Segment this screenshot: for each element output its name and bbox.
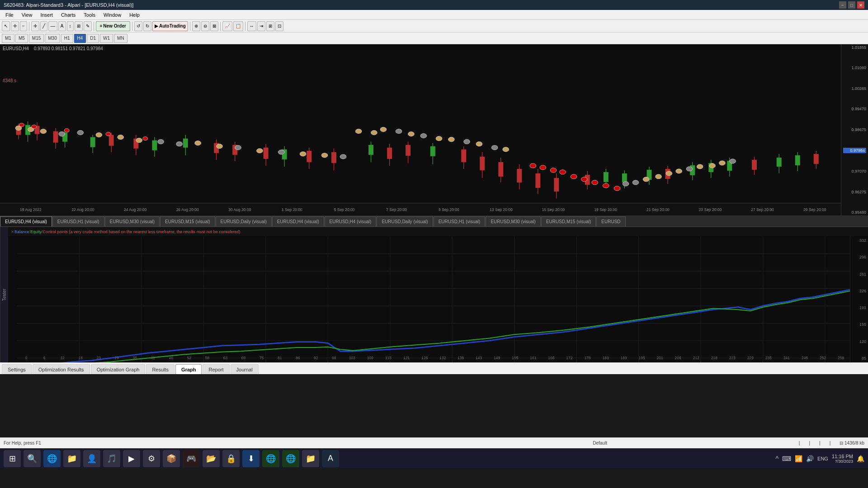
taskbar-pkg[interactable]: 📦 [163,450,180,467]
toolbar-btn-minus[interactable]: − [20,21,27,31]
period-m1[interactable]: M1 [2,34,14,43]
toolbar-btn-history[interactable]: ↺ [134,21,142,31]
toolbar-btn-hline[interactable]: — [48,21,57,31]
sym-tab-8[interactable]: EURUSD,H1 (visual) [434,216,486,226]
secondary-toolbar: M1 M5 M15 M30 H1 H4 D1 W1 MN [0,33,868,44]
toolbar-btn-arrow2[interactable]: ↕ [67,21,74,31]
toolbar-btn-plus[interactable]: ✛ [11,21,19,31]
toolbar-btn-autoscroll[interactable]: ⊡ [275,21,283,31]
period-m15[interactable]: M15 [29,34,44,43]
taskbar-start[interactable]: ⊞ [4,450,21,467]
tab-journal[interactable]: Journal [231,364,259,374]
taskbar-play[interactable]: ▶ [123,450,140,467]
tray-notification[interactable]: 🔔 [857,455,864,462]
sym-tab-5[interactable]: EURUSD,H4 (visual) [272,216,324,226]
taskbar-files[interactable]: 📁 [302,450,319,467]
svg-rect-52 [554,178,559,192]
tab-results[interactable]: Results [146,364,175,374]
maximize-button[interactable]: □ [848,1,855,9]
svg-point-107 [448,137,455,142]
toolbar-btn-line[interactable]: ╱ [40,21,47,31]
taskbar-chrome-2[interactable]: 🌐 [282,450,299,467]
taskbar-chrome-1[interactable]: 🌐 [262,450,279,467]
tray-network[interactable]: 📶 [795,455,802,462]
sym-tab-9[interactable]: EURUSD,M30 (visual) [486,216,540,226]
taskbar-download[interactable]: ⬇ [242,450,259,467]
menu-window[interactable]: Window [100,11,125,19]
tab-graph[interactable]: Graph [175,364,202,374]
taskbar-alpari[interactable]: A [322,450,339,467]
tab-report[interactable]: Report [203,364,229,374]
toolbar-btn-text[interactable]: A [58,21,66,31]
menu-charts[interactable]: Charts [57,11,79,19]
tray-keyboard[interactable]: ⌨ [782,455,791,462]
tray-date: 7/30/2023 [832,459,853,464]
new-order-button[interactable]: + New Order [96,21,130,31]
sym-tab-3[interactable]: EURUSD,M15 (visual) [160,216,215,226]
toolbar-btn-crosshair[interactable]: ✛ [31,21,39,31]
svg-rect-58 [622,174,627,183]
menu-tools[interactable]: Tools [80,11,99,19]
svg-rect-74 [795,155,800,165]
menu-insert[interactable]: Insert [37,11,57,19]
period-m5[interactable]: M5 [15,34,28,43]
tray-show-hidden[interactable]: ^ [775,455,778,462]
tray-volume[interactable]: 🔊 [806,455,814,462]
period-d1[interactable]: D1 [87,34,99,43]
sym-tab-11[interactable]: EURUSD [596,216,625,226]
toolbar-btn-move[interactable]: ↔ [247,21,256,31]
svg-point-119 [603,183,609,188]
sym-tab-4[interactable]: EURUSD,Daily (visual) [216,216,272,226]
chart-area[interactable]: EURUSD,H4 0.97893 0.98151 0.97821 0.9798… [0,44,868,216]
minimize-button[interactable]: − [839,1,846,9]
toolbar-btn-zoom-out[interactable]: ⊖ [201,21,209,31]
toolbar-btn-chart-shift[interactable]: ⇥ [257,21,265,31]
bx-115: 115 [379,356,397,360]
menu-file[interactable]: File [2,11,17,19]
autotrading-button[interactable]: ▶ AutoTrading [152,21,188,31]
taskbar-browser-edge[interactable]: 🌐 [43,450,61,467]
toolbar-sep-6 [245,22,245,31]
control-label: Control points (a very crude method base… [43,230,241,234]
bx-178: 178 [578,356,596,360]
toolbar-btn-arrow[interactable]: ↖ [2,21,10,31]
period-mn[interactable]: MN [114,34,127,43]
close-panel-icon[interactable]: ✕ [11,230,14,234]
toolbar-btn-pencil[interactable]: ✎ [84,21,92,31]
menu-help[interactable]: Help [126,11,143,19]
sym-tab-10[interactable]: EURUSD,M15 (visual) [541,216,596,226]
period-h1[interactable]: H1 [61,34,73,43]
period-m30[interactable]: M30 [45,34,60,43]
toolbar-btn-indicators[interactable]: 📈 [222,21,232,31]
tab-optimization-results[interactable]: Optimization Results [33,364,90,374]
sym-tab-7[interactable]: EURUSD,Daily (visual) [377,216,433,226]
toolbar-btn-grid[interactable]: ⊞ [75,21,83,31]
tab-optimization-graph[interactable]: Optimization Graph [91,364,146,374]
period-h4[interactable]: H4 [74,34,86,43]
taskbar-vpn[interactable]: 🔒 [222,450,240,467]
taskbar-media[interactable]: 🎵 [103,450,120,467]
tester-label[interactable]: Tester [0,227,8,362]
svg-rect-18 [152,141,157,150]
taskbar-user[interactable]: 👤 [83,450,100,467]
sym-tab-2[interactable]: EURUSD,M30 (visual) [105,216,160,226]
taskbar-folder[interactable]: 📂 [203,450,220,467]
toolbar-btn-period-sep[interactable]: ⊞ [266,21,274,31]
menu-view[interactable]: View [18,11,36,19]
close-button[interactable]: ✕ [857,1,864,9]
sym-tab-1[interactable]: EURUSD,H1 (visual) [52,216,104,226]
toolbar-btn-fit[interactable]: ⊠ [210,21,218,31]
tab-settings[interactable]: Settings [2,364,32,374]
taskbar-settings[interactable]: ⚙ [143,450,160,467]
status-separator-3: | [819,441,821,446]
svg-point-96 [32,125,37,129]
sym-tab-6[interactable]: EURUSD,H4 (visual) [325,216,377,226]
toolbar-btn-templates[interactable]: 📋 [233,21,243,31]
taskbar-game[interactable]: 🎮 [183,450,200,467]
period-w1[interactable]: W1 [100,34,113,43]
toolbar-btn-refresh[interactable]: ↻ [143,21,151,31]
sym-tab-0[interactable]: EURUSD,H4 (visual) [0,216,52,226]
taskbar-explorer[interactable]: 📁 [63,450,80,467]
taskbar-search[interactable]: 🔍 [24,450,41,467]
toolbar-btn-zoom-in[interactable]: ⊕ [192,21,200,31]
